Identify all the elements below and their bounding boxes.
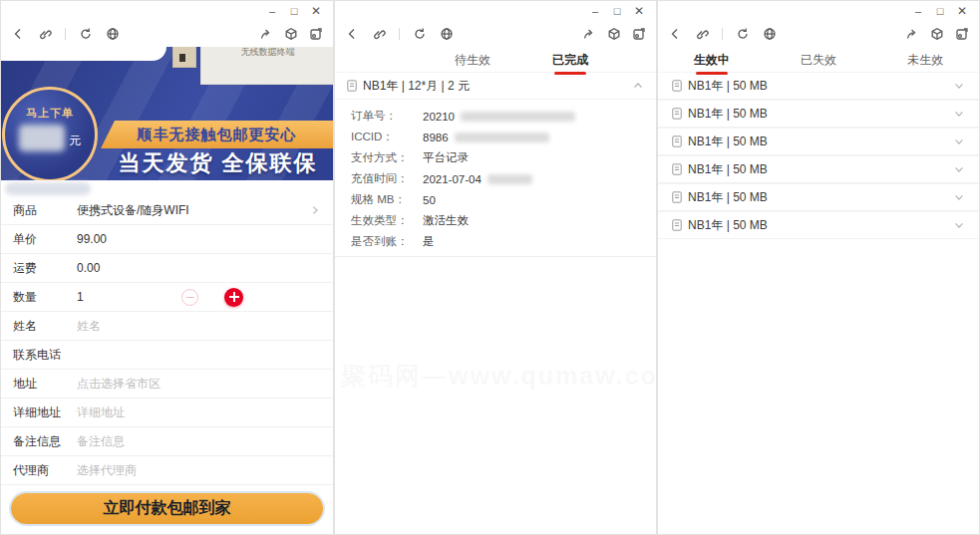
refresh-icon[interactable] bbox=[79, 27, 93, 41]
plan-title: NB1年 | 50 MB bbox=[688, 217, 768, 234]
floating-window-icon[interactable] bbox=[632, 27, 646, 41]
cube-icon[interactable] bbox=[930, 27, 944, 41]
order-form: 商品 便携式设备/随身WIFI 单价 99.00 运费 0.00 数量 1 bbox=[1, 196, 333, 485]
globe-icon[interactable] bbox=[440, 27, 454, 41]
unit-price-value: 99.00 bbox=[77, 232, 107, 246]
form-row-agent[interactable]: 代理商 选择代理商 bbox=[1, 456, 333, 485]
plan-title: NB1年 | 50 MB bbox=[688, 161, 768, 178]
address-input[interactable]: 详细地址 bbox=[77, 404, 125, 421]
plan-list-item[interactable]: NB1年 | 50 MB bbox=[658, 212, 979, 239]
refresh-icon[interactable] bbox=[413, 27, 427, 41]
link-icon[interactable] bbox=[372, 27, 386, 41]
titlebar: – □ ✕ bbox=[335, 1, 656, 21]
chevron-down-icon[interactable] bbox=[953, 80, 965, 92]
field-label: 地址 bbox=[13, 376, 77, 393]
tab-expired[interactable]: 已失效 bbox=[801, 52, 836, 69]
window-plan-list: – □ ✕ 生效中 已失效 bbox=[657, 0, 980, 535]
toolbar-nav-group bbox=[345, 27, 454, 41]
globe-icon[interactable] bbox=[106, 27, 120, 41]
minimize-button[interactable]: – bbox=[584, 1, 606, 21]
tab-pending[interactable]: 待生效 bbox=[455, 52, 490, 69]
back-icon[interactable] bbox=[668, 27, 682, 41]
floating-window-icon[interactable] bbox=[955, 27, 969, 41]
plan-list-item[interactable]: NB1年 | 50 MB bbox=[658, 73, 979, 100]
document-icon bbox=[672, 135, 682, 147]
chevron-up-icon[interactable] bbox=[632, 80, 644, 92]
promo-ribbon: 顺丰无接触包邮更安心 bbox=[101, 121, 333, 148]
plan-title: NB1年 | 50 MB bbox=[688, 106, 768, 123]
form-row-phone[interactable]: 联系电话 bbox=[1, 341, 333, 370]
form-row-region[interactable]: 地址 点击选择省市区 bbox=[1, 370, 333, 399]
promo-banner: 无线数据终端 马上下单 元 顺丰无接触包邮更安心 当天发货 全保联保 bbox=[1, 47, 333, 180]
detail-label: 生效类型： bbox=[351, 213, 423, 228]
chevron-down-icon[interactable] bbox=[953, 219, 965, 231]
close-button[interactable]: ✕ bbox=[951, 1, 973, 21]
region-picker[interactable]: 点击选择省市区 bbox=[77, 376, 161, 393]
price-line: 元 bbox=[19, 125, 81, 151]
chevron-down-icon[interactable] bbox=[953, 135, 965, 147]
tab-label: 待生效 bbox=[455, 52, 490, 69]
name-input[interactable]: 姓名 bbox=[77, 318, 101, 335]
field-label: 姓名 bbox=[13, 318, 77, 335]
tab-completed[interactable]: 已完成 bbox=[552, 52, 588, 75]
field-label: 运费 bbox=[13, 260, 77, 277]
globe-icon[interactable] bbox=[763, 27, 777, 41]
form-row-remark[interactable]: 备注信息 备注信息 bbox=[1, 427, 333, 456]
active-tab-underline bbox=[696, 72, 728, 75]
chevron-down-icon[interactable] bbox=[953, 108, 965, 120]
floating-window-icon[interactable] bbox=[309, 27, 323, 41]
quantity-minus-button[interactable] bbox=[181, 289, 198, 306]
back-icon[interactable] bbox=[345, 27, 359, 41]
toolbar-nav-group bbox=[668, 27, 777, 41]
redacted-user-info bbox=[5, 182, 91, 195]
toolbar bbox=[335, 21, 656, 47]
toolbar-separator bbox=[722, 28, 723, 40]
link-icon[interactable] bbox=[695, 27, 709, 41]
form-row-name[interactable]: 姓名 姓名 bbox=[1, 312, 333, 341]
quantity-plus-button[interactable] bbox=[224, 288, 243, 307]
order-status-tabs: 待生效 已完成 bbox=[335, 47, 656, 73]
order-card-title: NB1年 | 12*月 | 2 元 bbox=[363, 78, 470, 95]
iccid-value: 8986 bbox=[423, 132, 549, 143]
remark-input[interactable]: 备注信息 bbox=[77, 433, 125, 450]
plan-title: NB1年 | 50 MB bbox=[688, 189, 768, 206]
tab-active[interactable]: 生效中 bbox=[694, 52, 730, 75]
toolbar-action-group bbox=[582, 27, 646, 41]
agent-picker[interactable]: 选择代理商 bbox=[77, 462, 137, 479]
plan-list-item[interactable]: NB1年 | 50 MB bbox=[658, 156, 979, 183]
tab-label: 未生效 bbox=[907, 52, 943, 69]
maximize-button[interactable]: □ bbox=[606, 1, 628, 21]
order-card-header[interactable]: NB1年 | 12*月 | 2 元 bbox=[335, 73, 656, 100]
form-row-product[interactable]: 商品 便携式设备/随身WIFI bbox=[1, 196, 333, 225]
plan-list-item[interactable]: NB1年 | 50 MB bbox=[658, 184, 979, 211]
maximize-button[interactable]: □ bbox=[283, 1, 305, 21]
cube-icon[interactable] bbox=[607, 27, 621, 41]
window-order-detail: – □ ✕ 待生效 已完成 bbox=[334, 0, 657, 535]
minimize-button[interactable]: – bbox=[261, 1, 283, 21]
form-row-unit-price: 单价 99.00 bbox=[1, 225, 333, 254]
pay-button[interactable]: 立即付款包邮到家 bbox=[11, 493, 323, 524]
detail-row-recharge-time: 充值时间： 2021-07-04 bbox=[335, 168, 656, 189]
back-icon[interactable] bbox=[11, 27, 25, 41]
credited-value: 是 bbox=[423, 234, 435, 249]
form-row-address[interactable]: 详细地址 详细地址 bbox=[1, 399, 333, 427]
share-icon[interactable] bbox=[905, 27, 919, 41]
plan-list-item[interactable]: NB1年 | 50 MB bbox=[658, 101, 979, 128]
toolbar-separator bbox=[65, 28, 66, 40]
plan-list-item[interactable]: NB1年 | 50 MB bbox=[658, 129, 979, 155]
share-icon[interactable] bbox=[582, 27, 596, 41]
minimize-button[interactable]: – bbox=[907, 1, 929, 21]
cube-icon[interactable] bbox=[284, 27, 298, 41]
chevron-down-icon[interactable] bbox=[953, 163, 965, 175]
close-button[interactable]: ✕ bbox=[305, 1, 327, 21]
close-button[interactable]: ✕ bbox=[628, 1, 650, 21]
plan-status-tabs: 生效中 已失效 未生效 bbox=[658, 47, 979, 73]
chevron-down-icon[interactable] bbox=[953, 191, 965, 203]
tab-inactive[interactable]: 未生效 bbox=[907, 52, 943, 69]
maximize-button[interactable]: □ bbox=[929, 1, 951, 21]
detail-label: 是否到账： bbox=[351, 234, 423, 249]
share-icon[interactable] bbox=[259, 27, 273, 41]
price-badge: 马上下单 元 bbox=[2, 87, 98, 180]
link-icon[interactable] bbox=[38, 27, 52, 41]
refresh-icon[interactable] bbox=[736, 27, 750, 41]
